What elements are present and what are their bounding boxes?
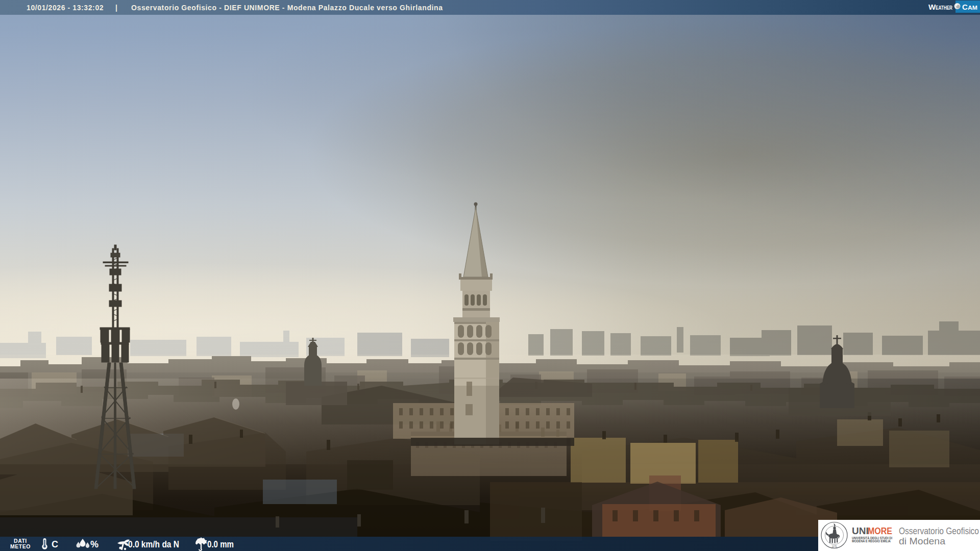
svg-text:EATHER: EATHER xyxy=(936,5,952,11)
svg-text:0.0 km/h da N: 0.0 km/h da N xyxy=(128,539,179,549)
svg-text:%: % xyxy=(90,539,99,549)
svg-text:MODENA E REGGIO EMILIA: MODENA E REGGIO EMILIA xyxy=(852,539,891,543)
svg-text:MORE: MORE xyxy=(868,525,892,536)
svg-text:UNI: UNI xyxy=(852,525,869,536)
svg-text:AM: AM xyxy=(968,5,977,11)
svg-text:W: W xyxy=(928,3,936,11)
svg-text:Osservatorio Geofisico: Osservatorio Geofisico xyxy=(899,525,979,536)
svg-text:1175: 1175 xyxy=(832,545,837,548)
svg-text:0.0 mm: 0.0 mm xyxy=(207,539,234,549)
svg-text:C: C xyxy=(962,3,968,11)
svg-text:di Modena: di Modena xyxy=(899,536,945,546)
svg-text:C: C xyxy=(52,539,58,549)
